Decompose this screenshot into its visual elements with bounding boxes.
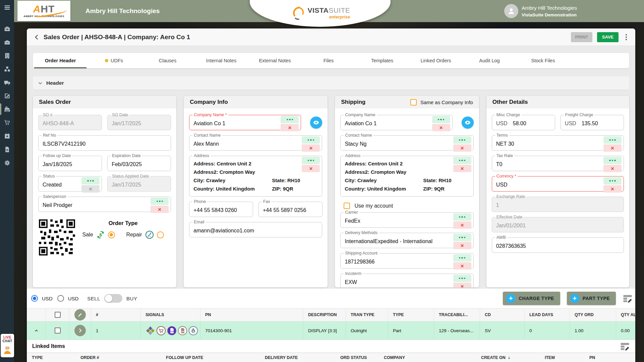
shipping-account-clear-button[interactable]: × (453, 262, 471, 270)
currency-lookup-button[interactable] (603, 177, 622, 185)
select-all-checkbox[interactable] (55, 312, 61, 318)
sale-radio[interactable] (108, 231, 115, 238)
incoterm-field[interactable]: Incoterm EXW × (340, 274, 473, 287)
settings-gear-icon[interactable] (0, 156, 14, 169)
aht-logo[interactable]: AHT AMBRY HILL TECHNOLOGIES (17, 1, 70, 21)
edit-linked-columns-icon[interactable] (620, 341, 630, 351)
shipping-account-field[interactable]: Shipping Account 1871298366 × (340, 253, 473, 269)
edit-order-icon[interactable] (0, 89, 14, 102)
salesperson-clear-button[interactable]: × (151, 206, 169, 213)
carrier-clear-button[interactable]: × (453, 221, 471, 229)
tax-rate-clear-button[interactable]: × (603, 165, 622, 172)
currency-usd-radio-selected[interactable] (31, 295, 38, 302)
collapse-row-icon[interactable] (34, 328, 39, 333)
back-button[interactable] (33, 33, 41, 41)
ship-company-lookup-button[interactable] (432, 116, 450, 123)
document-icon[interactable] (0, 143, 14, 156)
ref-no-field[interactable]: Ref No ILSCB7V2412190 (38, 135, 171, 151)
misc-charge-field[interactable]: Misc Charge USD58.00 (492, 115, 555, 130)
contact-lookup-button[interactable] (302, 136, 320, 144)
diamond-signal-icon[interactable] (145, 326, 155, 336)
user-block[interactable]: Ambry Hill Technologies VistaSuite Demon… (504, 0, 577, 22)
currency-usd-radio-unselected[interactable] (57, 295, 64, 302)
tab-files[interactable]: Files (302, 53, 355, 68)
incoterm-clear-button[interactable]: × (453, 283, 471, 287)
carrier-field[interactable]: Carrier FedEx × (340, 212, 473, 228)
view-ship-company-button[interactable] (462, 117, 474, 129)
row-checkbox[interactable] (55, 328, 61, 334)
more-options-icon[interactable] (623, 32, 629, 42)
terms-field[interactable]: Terms NET 30 × (492, 135, 624, 151)
incoterm-lookup-button[interactable] (453, 275, 471, 282)
add-charge-type-button[interactable]: +CHARGE TYPE (503, 292, 560, 305)
header-section-toggle[interactable]: Header (33, 76, 629, 90)
tab-linked-orders[interactable]: Linked Orders (409, 53, 463, 68)
tab-stock-files[interactable]: Stock Files (516, 53, 570, 68)
cart-signal-icon[interactable] (156, 326, 166, 336)
tab-udfs[interactable]: UDFs (87, 53, 141, 68)
terms-lookup-button[interactable] (603, 136, 622, 144)
status-lookup-button[interactable] (81, 177, 100, 185)
avatar[interactable] (504, 4, 518, 18)
shipping-account-lookup-button[interactable] (453, 254, 471, 262)
currency-clear-button[interactable]: × (603, 185, 622, 193)
tab-clauses[interactable]: Clauses (141, 53, 194, 68)
tax-rate-lookup-button[interactable] (603, 157, 622, 164)
delivery-lookup-button[interactable] (453, 234, 471, 241)
fax-field[interactable]: Fax +44 55 5897 0256 (258, 202, 323, 217)
contact-name-field[interactable]: Contact Name Alex Mann × (189, 135, 322, 151)
ship-address-lookup-button[interactable] (453, 157, 471, 164)
save-button[interactable]: SAVE (597, 32, 619, 42)
building-icon[interactable] (0, 49, 14, 62)
ship-address-block[interactable]: Address Address: Centron Unit 2 Address2… (340, 156, 473, 197)
calendar-plus-icon[interactable] (0, 129, 14, 143)
sorted-column-header[interactable]: CREATE ON (476, 355, 540, 360)
expand-row-button[interactable] (74, 325, 86, 336)
view-company-button[interactable] (310, 117, 322, 129)
freight-charge-field[interactable]: Freight Charge USD135.50 (561, 115, 624, 130)
use-my-account-checkbox[interactable] (344, 203, 350, 209)
edit-rows-button[interactable] (74, 309, 86, 320)
shopping-cart-icon[interactable] (0, 116, 14, 129)
log-doc-purple-icon[interactable]: LOG (167, 326, 177, 336)
truck-icon[interactable] (0, 76, 14, 89)
company-address-block[interactable]: Address Address: Centron Unit 2 Address2… (189, 156, 322, 197)
briefcase-icon[interactable] (0, 35, 14, 49)
add-part-type-button[interactable]: +PART TYPE (567, 292, 616, 305)
carrier-lookup-button[interactable] (453, 213, 471, 221)
ship-address-clear-button[interactable]: × (453, 165, 471, 172)
ship-company-name-field[interactable]: Company Name Aviation Co 1 × (340, 115, 452, 130)
ship-contact-lookup-button[interactable] (453, 136, 471, 144)
menu-icon[interactable] (0, 0, 14, 15)
sell-buy-toggle[interactable] (104, 294, 122, 303)
edit-columns-icon[interactable] (623, 293, 633, 303)
ship-contact-clear-button[interactable]: × (453, 144, 471, 152)
repair-radio[interactable] (157, 231, 164, 238)
tab-templates[interactable]: Templates (355, 53, 409, 68)
address-clear-button[interactable]: × (302, 165, 320, 172)
ship-company-clear-button[interactable]: × (432, 124, 450, 131)
expiration-date-field[interactable]: Expiration Date Feb/03/2025 (107, 156, 171, 171)
print-button[interactable]: PRINT (571, 32, 592, 42)
ship-contact-name-field[interactable]: Contact Name Stacy Ng × (340, 135, 473, 151)
terms-clear-button[interactable]: × (603, 144, 622, 152)
live-chat-widget[interactable]: LIVE CHAT (1, 334, 14, 357)
log-doc-tan-icon[interactable]: LOG (178, 326, 187, 336)
delivery-methods-field[interactable]: Delivery Methods InternationalExpedited … (340, 233, 473, 248)
delivery-clear-button[interactable]: × (453, 242, 471, 249)
company-name-field[interactable]: Company Name * Aviation Co 1 × (189, 115, 301, 130)
address-lookup-button[interactable] (302, 157, 320, 164)
contact-clear-button[interactable]: × (302, 144, 320, 152)
money-bag-icon[interactable]: $ (188, 326, 198, 336)
cash-register-icon[interactable] (0, 102, 14, 116)
tab-external-notes[interactable]: External Notes (248, 53, 302, 68)
email-field[interactable]: Email amann@aviationco1.com (189, 222, 322, 237)
tax-rate-field[interactable]: Tax Rate T0 × (492, 156, 624, 171)
tab-audit-log[interactable]: Audit Log (463, 53, 516, 68)
company-lookup-button[interactable] (281, 116, 299, 123)
currency-field[interactable]: Currency * USD × (492, 176, 624, 192)
awb-field[interactable]: AWB 0287363635 (492, 237, 624, 253)
follow-up-date-field[interactable]: Follow up Date Jan/18/2025 (38, 156, 102, 171)
salesperson-field[interactable]: Salesperson Neil Prodger × (38, 197, 171, 212)
tab-order-header[interactable]: Order Header (34, 53, 87, 68)
